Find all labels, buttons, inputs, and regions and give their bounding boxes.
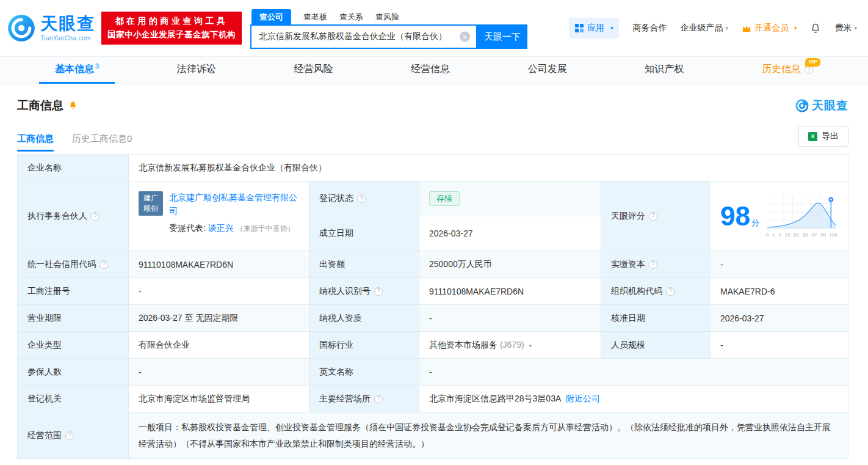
tab-legal-proceedings-label: 法律诉讼 — [177, 63, 216, 76]
nearby-companies-link[interactable]: 附近公司 — [566, 394, 600, 403]
clear-icon[interactable]: ✕ — [460, 32, 470, 42]
help-icon[interactable]: ? — [649, 212, 657, 221]
watermark-brand-text: 天眼查 — [812, 98, 848, 114]
industry-name: 其他资本市场服务 — [429, 340, 497, 350]
help-icon[interactable]: ? — [99, 260, 108, 269]
chevron-down-icon[interactable]: ▾ — [529, 343, 532, 349]
apps-menu-label: 应用 — [587, 23, 604, 34]
org-code-label: 组织机构代码 ? — [601, 278, 711, 305]
promo-banner: 都在用的商业查询工具 国家中小企业发展子基金旗下机构 — [101, 12, 242, 45]
apps-menu[interactable]: 应用 ▾ — [569, 18, 620, 38]
section-title: 工商信息 — [17, 98, 63, 114]
tianyancha-logo[interactable]: 天眼查 TianYanCha.com — [7, 14, 95, 42]
tab-company-development[interactable]: 公司发展 — [512, 57, 583, 84]
delegate-source: （来源于中基协） — [236, 224, 295, 233]
status-badge: 存续 — [429, 191, 460, 206]
business-scope-label: 经营范围 ? — [18, 412, 129, 459]
tab-business-info[interactable]: 经营信息 — [395, 57, 466, 84]
chevron-down-icon: ▾ — [794, 25, 797, 31]
taxpayer-id-label: 纳税人识别号 ? — [309, 278, 419, 305]
tab-company-development-label: 公司发展 — [528, 63, 567, 76]
english-name-label: 英文名称 — [309, 359, 419, 386]
score-chart: 01 315 5085 9799 100 — [765, 194, 838, 238]
credit-code-label: 统一社会信用代码 ? — [18, 251, 129, 278]
tab-history-info[interactable]: VIP 历史信息 ? — [746, 57, 829, 84]
notification-bell-icon[interactable] — [810, 23, 821, 34]
main-content: 工商信息 天眼查 工商信息 历史工商信息0 X 导出 — [0, 98, 868, 459]
menu-enterprise[interactable]: 企业级产品 ▾ — [680, 23, 728, 34]
header-menu: 应用 ▾ 商务合作 企业级产品 ▾ 开通会员 ▾ 费米 ▾ — [569, 18, 857, 38]
help-icon[interactable]: ? — [357, 194, 366, 203]
tab-history-info-label: 历史信息 — [762, 63, 801, 76]
score-axis: 01 315 5085 9799 100 — [765, 232, 838, 238]
promo-banner-line2: 国家中小企业发展子基金旗下机构 — [107, 29, 236, 40]
business-address-value: 北京市海淀区信息路甲28号3层03A 附近公司 — [419, 386, 848, 412]
org-code-value: MAKAE7RD-6 — [711, 278, 848, 305]
menu-open-vip-label: 开通会员 — [754, 23, 789, 34]
tab-basic-info-badge: 3 — [95, 62, 99, 70]
search-button[interactable]: 天眼一下 — [477, 24, 527, 49]
capital-label: 出资额 — [309, 251, 419, 278]
credit-code-value: 91110108MAKAE7RD6N — [129, 251, 309, 278]
company-nav: 基本信息 3 法律诉讼 经营风险 经营信息 公司发展 知识产权 VIP 历史信息… — [0, 56, 868, 84]
delegate-label: 委派代表: — [169, 223, 206, 233]
chevron-down-icon: ▾ — [725, 25, 728, 31]
help-icon[interactable]: ? — [91, 212, 99, 221]
tab-business-info-label: 经营信息 — [411, 63, 450, 76]
subscribe-bell-icon[interactable] — [68, 101, 78, 111]
registration-status-value: 存续 — [419, 181, 601, 216]
delegate-name-link[interactable]: 谈正兴 — [208, 223, 234, 233]
taxpayer-id-value: 91110108MAKAE7RD6N — [419, 278, 601, 305]
staff-size-label: 人员规模 — [601, 332, 711, 359]
export-button-label: 导出 — [822, 131, 839, 142]
crown-icon — [742, 24, 751, 32]
help-icon[interactable]: ? — [374, 395, 383, 403]
apps-grid-icon — [575, 24, 584, 32]
menu-cooperation[interactable]: 商务合作 — [632, 23, 667, 34]
user-menu[interactable]: 费米 ▾ — [834, 23, 857, 34]
logo-title: 天眼查 — [40, 15, 95, 32]
menu-open-vip[interactable]: 开通会员 ▾ — [742, 23, 797, 34]
company-type-label: 企业类型 — [18, 332, 129, 359]
vip-badge: VIP — [805, 58, 820, 67]
logo-subtitle: TianYanCha.com — [40, 35, 95, 42]
search-tab-relation[interactable]: 查关系 — [339, 12, 363, 24]
top-header: 天眼查 TianYanCha.com 都在用的商业查询工具 国家中小企业发展子基… — [0, 0, 868, 56]
subtab-business-info[interactable]: 工商信息 — [17, 133, 54, 152]
tab-business-risk[interactable]: 经营风险 — [278, 57, 349, 84]
industry-label: 国标行业 — [309, 332, 419, 359]
help-icon[interactable]: ? — [374, 287, 383, 296]
tab-basic-info[interactable]: 基本信息 3 — [39, 57, 115, 84]
tab-business-risk-label: 经营风险 — [294, 63, 333, 76]
tab-intellectual-property[interactable]: 知识产权 — [629, 57, 700, 84]
founded-date-label: 成立日期 — [309, 216, 419, 251]
approve-date-label: 核准日期 — [601, 305, 711, 332]
company-name-value: 北京信新发展私募股权基金合伙企业（有限合伙） — [129, 155, 848, 181]
section-tabs: 工商信息 历史工商信息0 X 导出 — [17, 126, 848, 152]
tianyancha-logo-icon — [7, 14, 35, 42]
search-tabs: 查公司 查老板 查关系 查风险 — [250, 10, 527, 24]
english-name-value: - — [419, 359, 848, 386]
business-term-label: 营业期限 — [18, 305, 129, 332]
tab-legal-proceedings[interactable]: 法律诉讼 — [161, 57, 232, 84]
promo-banner-line1: 都在用的商业查询工具 — [107, 16, 236, 27]
user-name: 费米 — [834, 23, 852, 34]
export-button[interactable]: X 导出 — [798, 126, 848, 147]
address-text: 北京市海淀区信息路甲28号3层03A — [429, 394, 561, 403]
capital-value: 250000万人民币 — [419, 251, 601, 278]
tab-intellectual-property-label: 知识产权 — [645, 63, 684, 76]
search-tab-company[interactable]: 查公司 — [251, 9, 291, 24]
partner-company-link[interactable]: 北京建广顺创私募基金管理有限公司 — [169, 192, 297, 216]
help-icon[interactable]: ? — [649, 260, 657, 269]
search-block: 查公司 查老板 查关系 查风险 ✕ 天眼一下 — [250, 10, 527, 49]
search-tab-boss[interactable]: 查老板 — [303, 12, 327, 24]
search-input[interactable] — [251, 26, 476, 48]
help-icon[interactable]: ? — [65, 431, 74, 440]
subtab-history-business-info[interactable]: 历史工商信息0 — [72, 133, 132, 152]
taxpayer-quality-value: - — [419, 305, 601, 332]
section-watermark-logo: 天眼查 — [795, 98, 848, 114]
menu-enterprise-label: 企业级产品 — [680, 23, 723, 34]
search-tab-risk[interactable]: 查风险 — [375, 12, 399, 24]
help-icon[interactable]: ? — [666, 287, 675, 296]
industry-value: 其他资本市场服务 (J679) ▾ — [419, 332, 601, 359]
